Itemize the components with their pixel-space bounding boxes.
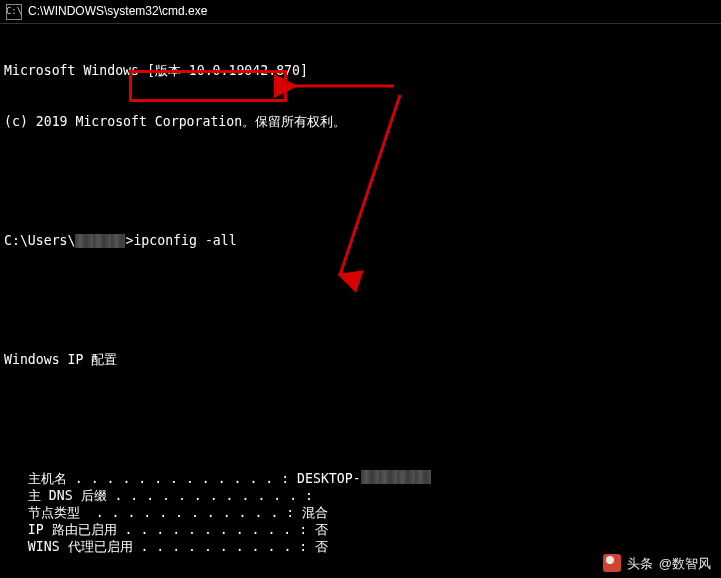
watermark-icon xyxy=(603,554,621,572)
config-label: IP 路由已启用 xyxy=(4,521,117,538)
blank-line xyxy=(4,402,717,419)
config-row: IP 路由已启用 . . . . . . . . . . . : 否 xyxy=(4,521,717,538)
prompt-line: C:\Users\>ipconfig -all xyxy=(4,232,717,249)
config-colon: : xyxy=(299,538,315,555)
config-dots: . . . . . . . . . . . . . xyxy=(67,470,281,487)
config-row: WINS 代理已启用 . . . . . . . . . . : 否 xyxy=(4,538,717,555)
config-row: 主 DNS 后缀 . . . . . . . . . . . . : xyxy=(4,487,717,504)
config-dots: . . . . . . . . . . . . xyxy=(107,487,306,504)
watermark-prefix: 头条 xyxy=(627,555,653,572)
prompt-caret: > xyxy=(125,232,133,249)
redacted-username xyxy=(75,234,125,248)
config-row: 节点类型 . . . . . . . . . . . . : 混合 xyxy=(4,504,717,521)
config-colon: : xyxy=(281,470,297,487)
section-title-ipconfig: Windows IP 配置 xyxy=(4,351,717,368)
config-value: 混合 xyxy=(302,504,328,521)
config-value: 否 xyxy=(315,521,328,538)
prompt-path: C:\Users\ xyxy=(4,232,75,249)
config-label: 主机名 xyxy=(4,470,67,487)
config-row: 主机名 . . . . . . . . . . . . . : DESKTOP- xyxy=(4,470,717,487)
copyright-line: (c) 2019 Microsoft Corporation。保留所有权利。 xyxy=(4,113,717,130)
redacted-hostname xyxy=(361,470,431,484)
config-value: 否 xyxy=(315,538,328,555)
blank-line xyxy=(4,164,717,181)
config-colon: : xyxy=(305,487,321,504)
typed-command: ipconfig -all xyxy=(133,232,236,249)
config-label: WINS 代理已启用 xyxy=(4,538,133,555)
window-title: C:\WINDOWS\system32\cmd.exe xyxy=(28,3,207,20)
config-colon: : xyxy=(286,504,302,521)
blank-line xyxy=(4,283,717,300)
window-titlebar[interactable]: C:\ C:\WINDOWS\system32\cmd.exe xyxy=(0,0,721,24)
config-colon: : xyxy=(299,521,315,538)
cmd-icon: C:\ xyxy=(6,4,22,20)
config-label: 节点类型 xyxy=(4,504,80,521)
config-dots: . . . . . . . . . . . xyxy=(117,521,300,538)
terminal-output[interactable]: Microsoft Windows [版本 10.0.19042.870] (c… xyxy=(0,24,721,578)
watermark: 头条 @数智风 xyxy=(603,554,711,572)
config-label: 主 DNS 后缀 xyxy=(4,487,107,504)
watermark-author: @数智风 xyxy=(659,555,711,572)
config-dots: . . . . . . . . . . xyxy=(133,538,300,555)
host-config-block: 主机名 . . . . . . . . . . . . . : DESKTOP-… xyxy=(4,470,717,555)
config-value: DESKTOP- xyxy=(297,470,361,487)
config-dots: . . . . . . . . . . . . xyxy=(80,504,286,521)
version-line: Microsoft Windows [版本 10.0.19042.870] xyxy=(4,62,717,79)
